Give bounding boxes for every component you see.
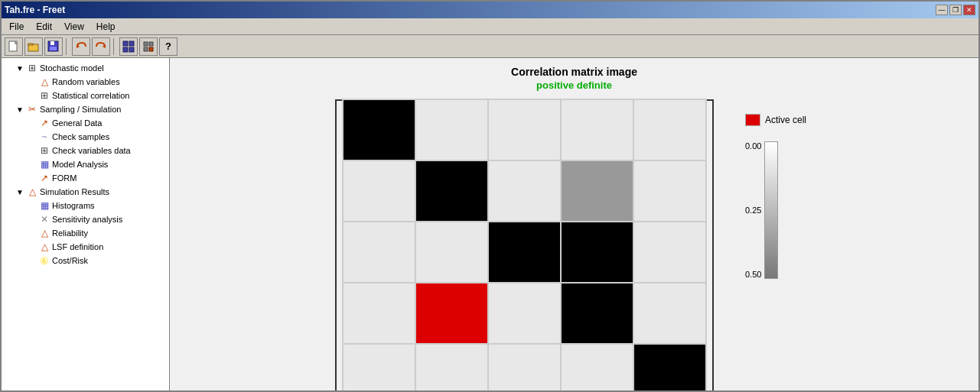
- redo-button[interactable]: [92, 37, 110, 56]
- chart-subtitle: positive definite: [536, 79, 612, 91]
- active-cell-legend-label: Active cell: [765, 115, 806, 125]
- sidebar-item-sampling[interactable]: ▼ ✂ Sampling / Simulation: [2, 102, 169, 116]
- sidebar-item-random[interactable]: ▶ △ Random variables: [2, 75, 169, 89]
- sidebar-item-stat[interactable]: ▶ ⊞ Statistical correlation: [2, 89, 169, 102]
- cell-2-4[interactable]: [633, 222, 706, 283]
- sampling-label: Sampling / Simulation: [40, 105, 121, 114]
- hist-label: Histograms: [52, 201, 95, 210]
- sidebar-item-hist[interactable]: ▶ ▦ Histograms: [2, 199, 169, 212]
- cell-4-1[interactable]: [415, 344, 488, 390]
- form-icon: ↗: [38, 172, 50, 184]
- cell-1-2[interactable]: [488, 160, 561, 222]
- sens-icon: ✕: [38, 213, 50, 225]
- lsf-label: LSF definition: [52, 242, 103, 251]
- simresults-label: Simulation Results: [40, 187, 109, 196]
- menu-view[interactable]: View: [58, 20, 90, 34]
- form-label: FORM: [52, 173, 77, 183]
- cell-3-0[interactable]: [343, 283, 415, 344]
- checksamples-icon: ~: [38, 131, 50, 143]
- svg-rect-5: [50, 47, 57, 50]
- settings-button[interactable]: [139, 37, 158, 56]
- toolbar-separator-2: [113, 38, 116, 55]
- cell-3-2[interactable]: [488, 283, 561, 344]
- expand-sampling-icon[interactable]: ▼: [14, 103, 26, 115]
- maximize-button[interactable]: ❐: [949, 5, 962, 15]
- open-button[interactable]: [24, 37, 43, 56]
- save-button[interactable]: [44, 37, 63, 56]
- checkvars-label: Check variables data: [52, 146, 131, 155]
- cell-4-0[interactable]: [343, 344, 415, 390]
- sidebar-item-form[interactable]: ▶ ↗ FORM: [2, 171, 169, 185]
- cell-0-2[interactable]: [488, 99, 561, 160]
- scale-area: 0.00 0.25 0.50: [745, 141, 778, 279]
- expand-simresults-icon[interactable]: ▼: [14, 186, 26, 198]
- sidebar-item-general[interactable]: ▶ ↗ General Data: [2, 116, 169, 130]
- content-area: Correlation matrix image positive defini…: [170, 58, 978, 390]
- sampling-icon: ✂: [26, 103, 38, 115]
- cell-4-4[interactable]: [633, 344, 706, 390]
- cell-0-4[interactable]: [633, 99, 706, 160]
- matrix-and-legend: Active cell 0.00 0.25 0.50: [342, 99, 806, 390]
- rel-icon: △: [38, 227, 50, 239]
- menu-edit[interactable]: Edit: [30, 20, 58, 34]
- sidebar-item-checksamples[interactable]: ▶ ~ Check samples: [2, 130, 169, 144]
- matrix-container: Correlation matrix image positive defini…: [170, 58, 978, 390]
- svg-rect-8: [123, 41, 128, 46]
- right-bracket-icon: [705, 99, 716, 390]
- cell-1-1[interactable]: [415, 160, 488, 222]
- help-button[interactable]: ?: [159, 37, 177, 56]
- new-button[interactable]: [5, 37, 23, 56]
- cell-2-1[interactable]: [415, 222, 488, 283]
- window-title: Tah.fre - Freet: [5, 5, 65, 15]
- cell-0-3[interactable]: [561, 99, 633, 160]
- main-area: ▼ ⊞ Stochastic model ▶ △ Random variable…: [2, 58, 978, 390]
- sidebar-item-simresults[interactable]: ▼ △ Simulation Results: [2, 185, 169, 199]
- cell-3-1[interactable]: [415, 283, 488, 344]
- sens-label: Sensitivity analysis: [52, 215, 122, 224]
- cell-1-4[interactable]: [633, 160, 706, 222]
- random-label: Random variables: [52, 77, 120, 86]
- grid-button[interactable]: [119, 37, 138, 56]
- rel-label: Reliability: [52, 228, 88, 238]
- stat-label: Statistical correlation: [52, 91, 130, 100]
- sidebar-item-sens[interactable]: ▶ ✕ Sensitivity analysis: [2, 212, 169, 226]
- minimize-button[interactable]: —: [936, 5, 948, 15]
- general-label: General Data: [52, 118, 102, 128]
- svg-rect-9: [129, 41, 134, 46]
- cell-0-0[interactable]: [343, 99, 415, 160]
- menu-file[interactable]: File: [3, 20, 30, 34]
- cell-3-3[interactable]: [561, 283, 633, 344]
- close-button[interactable]: ✕: [963, 5, 975, 15]
- sidebar-item-modelanalysis[interactable]: ▶ ▦ Model Analysis: [2, 157, 169, 171]
- expand-stochastic-icon[interactable]: ▼: [14, 62, 26, 74]
- svg-rect-2: [28, 44, 33, 45]
- cost-label: Cost/Risk: [52, 256, 88, 265]
- sidebar-item-lsf[interactable]: ▶ △ LSF definition: [2, 240, 169, 254]
- cell-4-2[interactable]: [488, 344, 561, 390]
- matrix-grid: [342, 99, 707, 390]
- cell-1-0[interactable]: [343, 160, 415, 222]
- menu-help[interactable]: Help: [90, 20, 122, 34]
- cell-0-1[interactable]: [415, 99, 488, 160]
- cell-2-0[interactable]: [343, 222, 415, 283]
- svg-rect-12: [144, 42, 148, 46]
- cell-3-4[interactable]: [633, 283, 706, 344]
- lsf-icon: △: [38, 241, 50, 253]
- sidebar-item-cost[interactable]: ▶ ⑥ Cost/Risk: [2, 254, 169, 267]
- cell-1-3[interactable]: [561, 160, 633, 222]
- model-icon: ▦: [38, 158, 50, 170]
- sidebar: ▼ ⊞ Stochastic model ▶ △ Random variable…: [2, 58, 170, 390]
- chart-title: Correlation matrix image: [511, 66, 637, 78]
- app-window: Tah.fre - Freet — ❐ ✕ File Edit View Hel…: [0, 0, 980, 392]
- cell-2-3[interactable]: [561, 222, 633, 283]
- left-bracket-icon: [333, 99, 343, 390]
- sidebar-item-checkvars[interactable]: ▶ ⊞ Check variables data: [2, 144, 169, 157]
- window-controls: — ❐ ✕: [936, 5, 975, 15]
- legend-scale-area: Active cell 0.00 0.25 0.50: [745, 99, 806, 279]
- svg-rect-15: [149, 47, 153, 51]
- cell-2-2[interactable]: [488, 222, 561, 283]
- sidebar-item-stochastic[interactable]: ▼ ⊞ Stochastic model: [2, 61, 169, 75]
- cell-4-3[interactable]: [561, 344, 633, 390]
- sidebar-item-rel[interactable]: ▶ △ Reliability: [2, 226, 169, 240]
- undo-button[interactable]: [72, 37, 90, 56]
